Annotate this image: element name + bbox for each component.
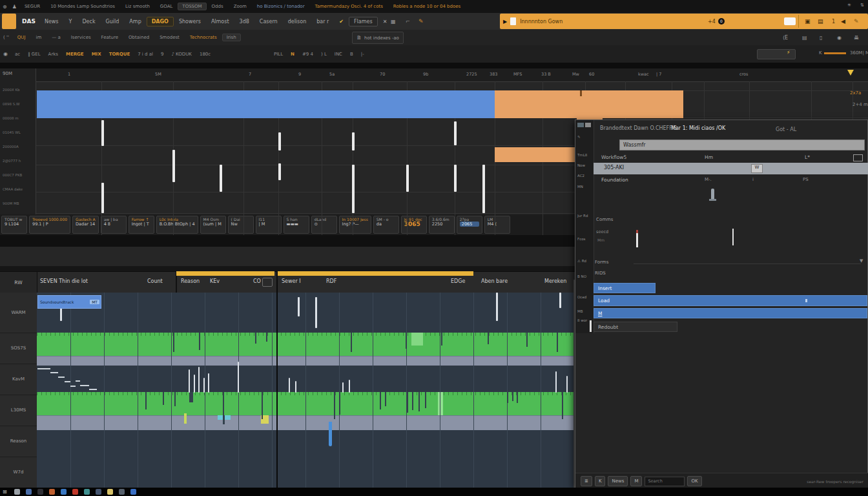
dialog-item-load[interactable]: Load (594, 295, 867, 306)
toolbar3-item-7[interactable]: 9 (157, 52, 167, 57)
status-module-7[interactable]: ( DaiNw (228, 216, 254, 234)
menu-right-item-2[interactable]: Robles a node 10 or 04 bdoes (388, 4, 466, 9)
browser-dialog[interactable]: ✎TmL8NowAC2MNJur RdFcos⚠ RdB NOOcadMB8 w… (575, 119, 868, 488)
menurow2-item-7[interactable]: Technocrats (185, 35, 222, 40)
status-module-4[interactable]: Farrow ↑Ingot | T (129, 216, 154, 234)
status-module-2[interactable]: Gastech ADadar 14 (72, 216, 99, 234)
toolbar-item-14[interactable]: ✕ (378, 19, 393, 25)
toolbar-item-6[interactable]: Showers (174, 19, 206, 25)
arrangement-canvas[interactable] (37, 293, 575, 488)
menurow2-item-1[interactable]: im (31, 35, 47, 40)
toolbar3-mid-item-4[interactable]: INC (331, 52, 346, 57)
status-module-6[interactable]: M4 Osm(sum | M (200, 216, 226, 234)
toolbar-item-4[interactable]: Amp (124, 19, 146, 25)
grid-icon[interactable]: ▦ (391, 19, 396, 25)
status-module-9[interactable]: S han▬▬▬ (284, 216, 309, 234)
header-cell-4[interactable]: CO (253, 278, 261, 284)
status-module-15[interactable]: 2?pa2065 (457, 216, 482, 234)
status-module-13[interactable]: Jo 91 doc3065 (401, 216, 427, 234)
status-module-5[interactable]: L0c IntelaB.O.Bh BtOph | 4 (156, 216, 198, 234)
menu-right-item-0[interactable]: ho Bizonics / tonador (252, 4, 310, 9)
menu-item-6[interactable]: Zoom (229, 4, 252, 9)
pencil-icon[interactable]: ✎ (418, 18, 424, 25)
strip-item-9[interactable]: Ocad (577, 295, 586, 299)
header-cell-3[interactable]: KEv (210, 278, 220, 284)
chevron-down-icon[interactable]: ▼ (860, 258, 863, 264)
taskbar-app-icon-5[interactable] (72, 489, 78, 495)
timeline-ruler[interactable]: 15M795a709b2725383MFS33 BMw60kwac| 7cros (36, 68, 868, 82)
redoubt-button[interactable]: Redoubt (594, 322, 677, 332)
ok-button[interactable]: OK (687, 476, 701, 486)
strip-item-11[interactable]: 8 wor (577, 318, 587, 322)
track-label-4[interactable]: Reason (0, 426, 37, 457)
book-icon[interactable]: ▯ (820, 35, 822, 41)
toolbar-item-10[interactable]: delison (283, 19, 312, 25)
menu-item-0[interactable]: SEGUR (19, 4, 45, 9)
list-icon[interactable]: ▤ (818, 18, 823, 25)
toolbar-item-5[interactable]: DAGO (147, 17, 174, 26)
playhead-line[interactable] (276, 280, 278, 488)
dialog-column-0[interactable]: Workflow5 (601, 154, 626, 160)
playhead-cursor-icon[interactable] (847, 70, 854, 76)
strip-item-5[interactable]: Jur Rd (577, 214, 588, 218)
menurow2-item-4[interactable]: Feature (96, 35, 123, 40)
toolbar-item-2[interactable]: Deck (77, 19, 100, 25)
dialog-selected-row[interactable]: 305-AKI W (594, 163, 868, 174)
address-bar[interactable]: ▶ Innnnnton Gown +4 0 ▣ ▤ 1 ◀ ✎ (500, 14, 868, 29)
angle-icon[interactable]: ⟨E (783, 35, 788, 41)
record-icon[interactable]: ◉ (0, 51, 11, 57)
speaker-icon[interactable]: ◀ (841, 18, 845, 25)
toolbar3-item-3[interactable]: MERGE (62, 52, 88, 57)
yellow-loop-bar-2[interactable] (278, 271, 473, 276)
dialog-search-input[interactable] (619, 140, 865, 150)
strip-item-3[interactable]: AC2 (577, 174, 584, 178)
toolbar-item-1[interactable]: Y (64, 19, 78, 25)
taskbar-app-icon-10[interactable] (130, 489, 136, 495)
dialog-column-1[interactable]: Hm (705, 154, 713, 160)
header-cell-9[interactable]: Mereken (544, 278, 566, 284)
menu-item-5[interactable]: Odds (207, 4, 229, 9)
menurow2-item-8[interactable]: Irish (222, 34, 241, 41)
status-module-3[interactable]: aw | ba4 8 (101, 216, 127, 234)
dialog-footer-links[interactable]: sear-Rew troopers recogniser (807, 479, 863, 484)
toolbar3-mid-item-0[interactable]: PILL (270, 52, 287, 57)
toolbar-item-13[interactable]: Flames (349, 17, 378, 26)
clip-region-blue[interactable] (37, 90, 495, 118)
header-cell-7[interactable]: EDGe (451, 278, 465, 284)
header-cell-0[interactable]: SEVEN Thin die lot (40, 278, 88, 284)
taskbar-app-icon-2[interactable] (37, 489, 43, 495)
strip-item-0[interactable]: ✎ (577, 135, 581, 139)
taskbar-app-icon-0[interactable] (14, 489, 20, 495)
strip-item-8[interactable]: B NO (577, 274, 586, 278)
strip-item-2[interactable]: Now (577, 163, 585, 167)
status-module-8[interactable]: I11| M (256, 216, 282, 234)
user-icon[interactable]: ♟ (10, 4, 19, 10)
printer-icon[interactable]: 🖶 (854, 35, 859, 41)
status-module-14[interactable]: 3.6/0.6m2250 (429, 216, 455, 234)
strip-item-10[interactable]: MB (577, 309, 583, 313)
clip-title-bar[interactable]: Soundsoundtrack MT (37, 295, 101, 309)
globe2-icon[interactable]: ◉ (837, 35, 842, 41)
header-cell-2[interactable]: Reason (181, 278, 200, 284)
header-cell-6[interactable]: RDF (326, 278, 336, 284)
header-cell-1[interactable]: Count (147, 278, 163, 284)
yellow-loop-bar-1[interactable] (176, 271, 274, 276)
status-module-11[interactable]: In 10007 JessIng? P— (339, 216, 371, 234)
strip-item-6[interactable]: Fcos (577, 237, 585, 241)
taskbar-app-icon-9[interactable] (119, 489, 125, 495)
copy-icon[interactable]: ▣ (805, 18, 811, 25)
toolbar3-mid-item-5[interactable]: B (346, 52, 357, 57)
dialog-bottom-search[interactable] (645, 477, 685, 486)
toolbar-item-0[interactable]: News (39, 19, 64, 25)
toolbar-item-7[interactable]: Almost (206, 19, 234, 25)
menurow2-item-0[interactable]: QUJ (12, 35, 31, 40)
menurow2-item-2[interactable]: — a (46, 35, 66, 40)
taskbar-app-icon-7[interactable] (96, 489, 101, 495)
toolbar3-item-6[interactable]: 7 i d al (134, 52, 157, 57)
taskbar-app-icon-3[interactable] (49, 489, 55, 495)
hot-indexes-box[interactable]: 🗎 hot indexes -ao (352, 32, 404, 44)
dialog-bottom-button-1[interactable]: K (595, 476, 606, 486)
header-cell-8[interactable]: Aben bare (481, 278, 508, 284)
start-button[interactable]: ⊞ (3, 489, 7, 495)
menu-right-item-1[interactable]: Tamermundazy Osci. 4 of cots (310, 4, 388, 9)
